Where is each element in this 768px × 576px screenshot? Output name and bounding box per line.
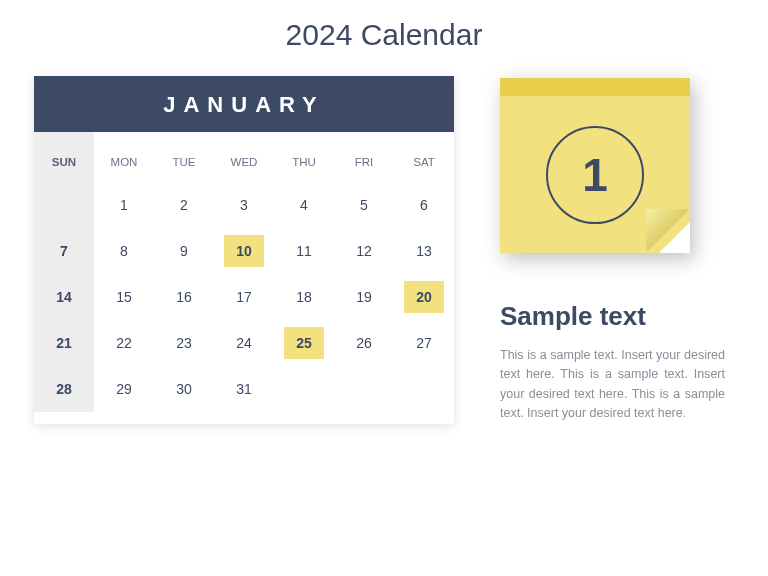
calendar-cell: 15 <box>94 274 154 320</box>
calendar-cell: 5 <box>334 182 394 228</box>
day-number: 8 <box>104 235 144 267</box>
day-number: 20 <box>404 281 444 313</box>
calendar-cell: 2 <box>154 182 214 228</box>
calendar-cell: 14 <box>34 274 94 320</box>
sticky-number-circle: 1 <box>546 126 644 224</box>
calendar-cell <box>334 366 394 412</box>
calendar-cell: 28 <box>34 366 94 412</box>
table-row: 14151617181920 <box>34 274 454 320</box>
day-number: 11 <box>284 235 324 267</box>
day-number: 1 <box>104 189 144 221</box>
calendar-cell: 11 <box>274 228 334 274</box>
day-header-mon: MON <box>94 132 154 182</box>
calendar-cell: 1 <box>94 182 154 228</box>
day-header-sat: SAT <box>394 132 454 182</box>
sticky-note-top-bar <box>500 78 690 96</box>
day-header-fri: FRI <box>334 132 394 182</box>
day-header-row: SUN MON TUE WED THU FRI SAT <box>34 132 454 182</box>
day-number: 23 <box>164 327 204 359</box>
day-number: 17 <box>224 281 264 313</box>
sample-body-text: This is a sample text. Insert your desir… <box>500 346 725 424</box>
day-number: 25 <box>284 327 324 359</box>
day-number: 4 <box>284 189 324 221</box>
calendar-cell: 12 <box>334 228 394 274</box>
sticky-note: 1 <box>500 78 690 253</box>
day-header-sun: SUN <box>34 132 94 182</box>
day-number: 10 <box>224 235 264 267</box>
day-header-thu: THU <box>274 132 334 182</box>
sticky-number: 1 <box>582 148 608 202</box>
calendar-cell: 27 <box>394 320 454 366</box>
calendar-cell: 18 <box>274 274 334 320</box>
day-header-tue: TUE <box>154 132 214 182</box>
day-number: 2 <box>164 189 204 221</box>
calendar-cell: 19 <box>334 274 394 320</box>
calendar-cell: 8 <box>94 228 154 274</box>
calendar-cell: 6 <box>394 182 454 228</box>
calendar-cell: 23 <box>154 320 214 366</box>
calendar-cell: 26 <box>334 320 394 366</box>
day-number: 3 <box>224 189 264 221</box>
day-number: 29 <box>104 373 144 405</box>
calendar-cell: 17 <box>214 274 274 320</box>
day-number: 24 <box>224 327 264 359</box>
day-number: 21 <box>44 327 84 359</box>
calendar-cell: 29 <box>94 366 154 412</box>
calendar-cell: 3 <box>214 182 274 228</box>
page-curl-icon <box>646 209 690 253</box>
day-number: 5 <box>344 189 384 221</box>
day-number: 15 <box>104 281 144 313</box>
page-title: 2024 Calendar <box>0 0 768 66</box>
table-row: 21222324252627 <box>34 320 454 366</box>
calendar-cell <box>34 182 94 228</box>
day-number: 7 <box>44 235 84 267</box>
calendar-cell <box>274 366 334 412</box>
month-header: JANUARY <box>34 76 454 132</box>
day-number: 6 <box>404 189 444 221</box>
day-header-wed: WED <box>214 132 274 182</box>
calendar-cell: 31 <box>214 366 274 412</box>
day-number: 18 <box>284 281 324 313</box>
calendar-cell: 10 <box>214 228 274 274</box>
calendar-cell: 16 <box>154 274 214 320</box>
calendar-cell: 7 <box>34 228 94 274</box>
calendar-cell: 24 <box>214 320 274 366</box>
day-number: 14 <box>44 281 84 313</box>
table-row: 28293031 <box>34 366 454 412</box>
right-column: 1 Sample text This is a sample text. Ins… <box>494 76 734 424</box>
calendar-cell: 30 <box>154 366 214 412</box>
table-row: 123456 <box>34 182 454 228</box>
day-number: 26 <box>344 327 384 359</box>
day-number: 9 <box>164 235 204 267</box>
day-number: 16 <box>164 281 204 313</box>
day-number: 19 <box>344 281 384 313</box>
calendar-cell: 25 <box>274 320 334 366</box>
sticky-note-body: 1 <box>500 96 690 253</box>
day-number: 28 <box>44 373 84 405</box>
day-number: 22 <box>104 327 144 359</box>
day-number: 12 <box>344 235 384 267</box>
sample-heading: Sample text <box>500 301 734 332</box>
calendar-grid: SUN MON TUE WED THU FRI SAT 123456789101… <box>34 132 454 412</box>
calendar-cell <box>394 366 454 412</box>
calendar-cell: 21 <box>34 320 94 366</box>
calendar-cell: 9 <box>154 228 214 274</box>
content-row: JANUARY SUN MON TUE WED THU FRI SAT 1234… <box>0 66 768 424</box>
calendar-cell: 13 <box>394 228 454 274</box>
day-number: 31 <box>224 373 264 405</box>
day-number: 13 <box>404 235 444 267</box>
table-row: 78910111213 <box>34 228 454 274</box>
calendar-cell: 4 <box>274 182 334 228</box>
calendar-cell: 22 <box>94 320 154 366</box>
calendar-card: JANUARY SUN MON TUE WED THU FRI SAT 1234… <box>34 76 454 424</box>
calendar-cell: 20 <box>394 274 454 320</box>
day-number: 30 <box>164 373 204 405</box>
day-number: 27 <box>404 327 444 359</box>
